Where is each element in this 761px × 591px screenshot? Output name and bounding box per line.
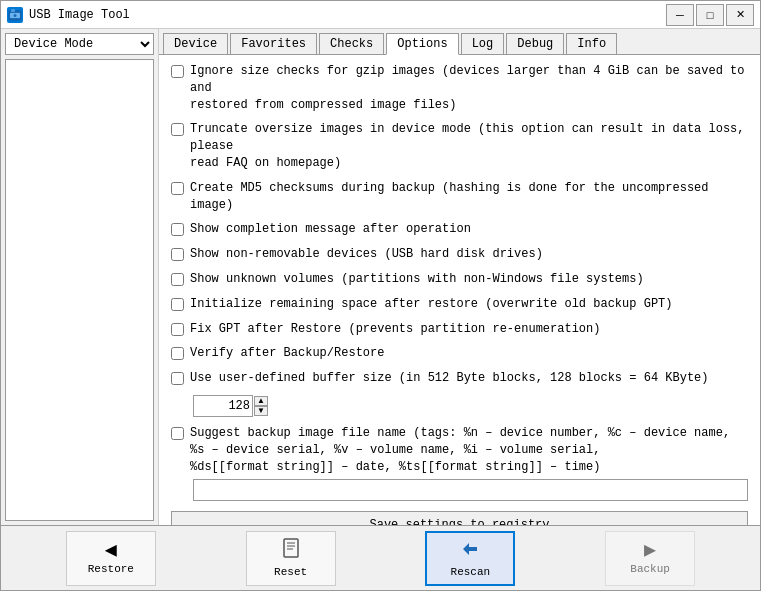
user-buffer-label: Use user-defined buffer size (in 512 Byt… — [190, 370, 708, 387]
option-verify: Verify after Backup/Restore — [171, 345, 748, 362]
fix-gpt-label: Fix GPT after Restore (prevents partitio… — [190, 321, 600, 338]
show-nonremovable-checkbox[interactable] — [171, 248, 184, 261]
verify-label: Verify after Backup/Restore — [190, 345, 384, 362]
reset-label: Reset — [274, 566, 307, 578]
option-create-md5: Create MD5 checksums during backup (hash… — [171, 180, 748, 214]
rescan-icon — [459, 538, 481, 564]
buffer-size-input[interactable] — [193, 395, 253, 417]
reset-icon — [281, 538, 301, 564]
user-buffer-checkbox[interactable] — [171, 372, 184, 385]
ignore-size-checkbox[interactable] — [171, 65, 184, 78]
show-completion-checkbox[interactable] — [171, 223, 184, 236]
close-button[interactable]: ✕ — [726, 4, 754, 26]
show-completion-label: Show completion message after operation — [190, 221, 471, 238]
create-md5-checkbox[interactable] — [171, 182, 184, 195]
suggest-backup-label: Suggest backup image file name (tags: %n… — [190, 425, 730, 475]
suggest-backup-checkbox[interactable] — [171, 427, 184, 440]
minimize-button[interactable]: ─ — [666, 4, 694, 26]
option-suggest-backup: Suggest backup image file name (tags: %n… — [171, 425, 748, 475]
device-list — [5, 59, 154, 521]
option-user-buffer: Use user-defined buffer size (in 512 Byt… — [171, 370, 748, 387]
tab-debug[interactable]: Debug — [506, 33, 564, 54]
footer-toolbar: ◀ Restore Reset Rescan ▶ — [1, 525, 760, 590]
format-string-input[interactable] — [193, 479, 748, 501]
sidebar: Device Mode Volume Mode — [1, 29, 159, 525]
backup-label: Backup — [630, 563, 670, 575]
option-show-nonremovable: Show non-removable devices (USB hard dis… — [171, 246, 748, 263]
option-show-completion: Show completion message after operation — [171, 221, 748, 238]
verify-checkbox[interactable] — [171, 347, 184, 360]
tab-favorites[interactable]: Favorites — [230, 33, 317, 54]
buffer-increment-button[interactable]: ▲ — [254, 396, 268, 406]
show-unknown-label: Show unknown volumes (partitions with no… — [190, 271, 644, 288]
option-fix-gpt: Fix GPT after Restore (prevents partitio… — [171, 321, 748, 338]
initialize-remaining-checkbox[interactable] — [171, 298, 184, 311]
buffer-input-row: ▲ ▼ — [171, 395, 748, 417]
window-title: USB Image Tool — [29, 8, 666, 22]
option-truncate: Truncate oversize images in device mode … — [171, 121, 748, 171]
app-icon — [7, 7, 23, 23]
truncate-checkbox[interactable] — [171, 123, 184, 136]
title-bar: USB Image Tool ─ □ ✕ — [1, 1, 760, 29]
buffer-decrement-button[interactable]: ▼ — [254, 406, 268, 416]
ignore-size-label: Ignore size checks for gzip images (devi… — [190, 63, 748, 113]
svg-rect-4 — [284, 539, 298, 557]
reset-button[interactable]: Reset — [246, 531, 336, 586]
main-content: Device Mode Volume Mode Device Favorites… — [1, 29, 760, 525]
option-initialize-remaining: Initialize remaining space after restore… — [171, 296, 748, 313]
tab-options[interactable]: Options — [386, 33, 458, 55]
tab-info[interactable]: Info — [566, 33, 617, 54]
main-window: USB Image Tool ─ □ ✕ Device Mode Volume … — [0, 0, 761, 591]
device-mode-dropdown[interactable]: Device Mode Volume Mode — [5, 33, 154, 55]
show-unknown-checkbox[interactable] — [171, 273, 184, 286]
maximize-button[interactable]: □ — [696, 4, 724, 26]
buffer-spinner: ▲ ▼ — [254, 396, 268, 416]
rescan-label: Rescan — [451, 566, 491, 578]
restore-button[interactable]: ◀ Restore — [66, 531, 156, 586]
backup-button[interactable]: ▶ Backup — [605, 531, 695, 586]
truncate-label: Truncate oversize images in device mode … — [190, 121, 748, 171]
initialize-remaining-label: Initialize remaining space after restore… — [190, 296, 672, 313]
backup-icon: ▶ — [644, 541, 656, 561]
create-md5-label: Create MD5 checksums during backup (hash… — [190, 180, 748, 214]
fix-gpt-checkbox[interactable] — [171, 323, 184, 336]
content-area: Device Favorites Checks Options Log Debu… — [159, 29, 760, 525]
show-nonremovable-label: Show non-removable devices (USB hard dis… — [190, 246, 543, 263]
option-show-unknown: Show unknown volumes (partitions with no… — [171, 271, 748, 288]
tab-log[interactable]: Log — [461, 33, 505, 54]
window-controls: ─ □ ✕ — [666, 4, 754, 26]
svg-point-3 — [14, 14, 17, 17]
svg-rect-1 — [11, 9, 15, 12]
rescan-button[interactable]: Rescan — [425, 531, 515, 586]
option-ignore-size: Ignore size checks for gzip images (devi… — [171, 63, 748, 113]
options-panel: Ignore size checks for gzip images (devi… — [159, 55, 760, 525]
tab-device[interactable]: Device — [163, 33, 228, 54]
restore-icon: ◀ — [105, 541, 117, 561]
restore-label: Restore — [88, 563, 134, 575]
save-settings-button[interactable]: Save settings to registry — [171, 511, 748, 525]
tab-bar: Device Favorites Checks Options Log Debu… — [159, 29, 760, 55]
tab-checks[interactable]: Checks — [319, 33, 384, 54]
